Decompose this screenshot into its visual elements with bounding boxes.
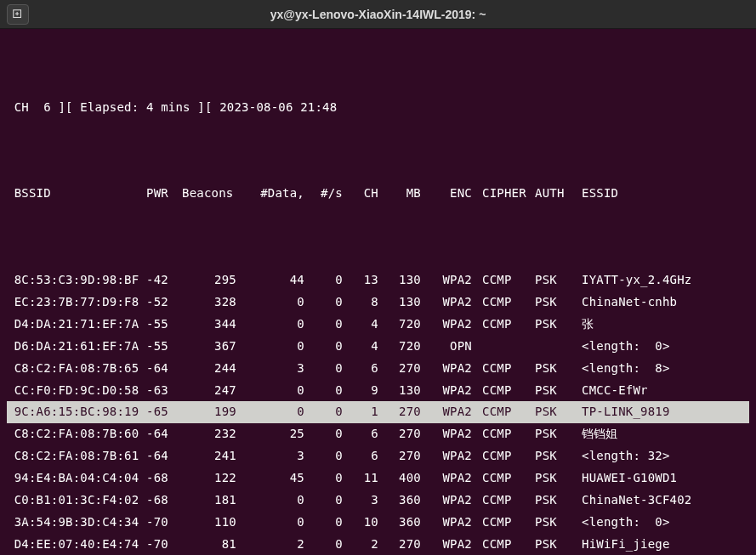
table-row: D4:EE:07:40:E4:74-7081202270WPA2CCMPPSKH… (7, 534, 749, 555)
cell-pwr: -63 (130, 380, 168, 402)
cell-mb: 270 (378, 401, 421, 423)
cell-pwr: -70 (130, 534, 168, 555)
cell-mb: 720 (378, 314, 421, 336)
cell-auth: PSK (535, 467, 582, 490)
cell-auth: PSK (535, 490, 582, 512)
table-row: C0:B1:01:3C:F4:02-68181003360WPA2CCMPPSK… (7, 490, 749, 512)
cell-bssid: 3A:54:9B:3D:C4:34 (7, 512, 130, 534)
cell-auth: PSK (535, 423, 582, 445)
cell-mb: 270 (378, 358, 421, 380)
cell-cipher: CCMP (482, 445, 525, 467)
cell-cipher: CCMP (482, 358, 525, 380)
cell-data: 25 (236, 423, 304, 445)
cell-essid: IYATT-yx_2.4GHz (582, 269, 691, 292)
cell-enc: WPA2 (421, 534, 472, 555)
cell-mb: 720 (378, 336, 421, 358)
cell-essid: ChinaNet-3CF402 (582, 490, 691, 512)
cell-bssid: C0:B1:01:3C:F4:02 (7, 490, 130, 512)
cell-pwr: -65 (130, 401, 168, 423)
cell-ch: 6 (343, 358, 378, 380)
cell-beacons: 199 (168, 401, 236, 423)
new-tab-icon (12, 8, 24, 20)
cell-pwr: -64 (130, 423, 168, 445)
cell-pwr: -52 (130, 292, 168, 314)
cell-ns: 0 (304, 423, 343, 445)
cell-essid: ChinaNet-cnhb (582, 292, 677, 314)
cell-ch: 8 (343, 292, 378, 314)
cell-ch: 4 (343, 336, 378, 358)
cell-enc: WPA2 (421, 423, 472, 445)
new-tab-button[interactable] (7, 4, 29, 25)
cell-beacons: 367 (168, 336, 236, 358)
cell-ch: 11 (343, 467, 378, 490)
cell-ns: 0 (304, 467, 343, 490)
cell-pwr: -64 (130, 358, 168, 380)
cell-data: 0 (236, 314, 304, 336)
cell-ns: 0 (304, 534, 343, 555)
table-row: D6:DA:21:61:EF:7A-55367004720OPN<length:… (7, 336, 749, 358)
cell-ns: 0 (304, 314, 343, 336)
cell-cipher: CCMP (482, 269, 525, 292)
cell-ch: 13 (343, 269, 378, 292)
table-row: 9C:A6:15:BC:98:19-65199001270WPA2CCMPPSK… (7, 401, 749, 423)
cell-enc: WPA2 (421, 445, 472, 467)
cell-bssid: D4:EE:07:40:E4:74 (7, 534, 130, 555)
cell-auth: PSK (535, 534, 582, 555)
cell-enc: WPA2 (421, 401, 472, 423)
cell-essid: 张 (582, 314, 594, 336)
table-row: 94:E4:BA:04:C4:04-6812245011400WPA2CCMPP… (7, 467, 749, 490)
cell-pwr: -55 (130, 336, 168, 358)
cell-pwr: -68 (130, 490, 168, 512)
cell-data: 0 (236, 336, 304, 358)
cell-cipher: CCMP (482, 380, 525, 402)
cell-mb: 130 (378, 292, 421, 314)
cell-data: 0 (236, 380, 304, 402)
cell-data: 45 (236, 467, 304, 490)
cell-beacons: 181 (168, 490, 236, 512)
header-data: #Data, (236, 183, 304, 205)
cell-pwr: -64 (130, 445, 168, 467)
table-row: 8C:53:C3:9D:98:BF-4229544013130WPA2CCMPP… (7, 269, 749, 292)
cell-ch: 6 (343, 445, 378, 467)
cell-bssid: C8:C2:FA:08:7B:60 (7, 423, 130, 445)
cell-auth: PSK (535, 380, 582, 402)
cell-mb: 130 (378, 380, 421, 402)
cell-bssid: D4:DA:21:71:EF:7A (7, 314, 130, 336)
cell-data: 44 (236, 269, 304, 292)
cell-ns: 0 (304, 445, 343, 467)
cell-mb: 360 (378, 490, 421, 512)
cell-mb: 400 (378, 467, 421, 490)
cell-auth: PSK (535, 358, 582, 380)
cell-bssid: 9C:A6:15:BC:98:19 (7, 401, 130, 423)
cell-cipher: CCMP (482, 314, 525, 336)
header-ns: #/s (304, 183, 343, 205)
cell-beacons: 81 (168, 534, 236, 555)
cell-ch: 2 (343, 534, 378, 555)
cell-ns: 0 (304, 490, 343, 512)
cell-bssid: C8:C2:FA:08:7B:61 (7, 445, 130, 467)
cell-data: 0 (236, 512, 304, 534)
cell-ch: 9 (343, 380, 378, 402)
cell-enc: WPA2 (421, 512, 472, 534)
cell-enc: WPA2 (421, 292, 472, 314)
cell-mb: 130 (378, 269, 421, 292)
cell-auth: PSK (535, 401, 582, 423)
cell-essid: <length: 0> (582, 336, 670, 358)
cell-ns: 0 (304, 358, 343, 380)
cell-auth: PSK (535, 292, 582, 314)
cell-enc: WPA2 (421, 269, 472, 292)
cell-data: 0 (236, 292, 304, 314)
cell-cipher: CCMP (482, 512, 525, 534)
cell-pwr: -70 (130, 512, 168, 534)
window-title: yx@yx-Lenovo-XiaoXin-14IWL-2019: ~ (36, 8, 749, 21)
header-mb: MB (378, 183, 421, 205)
cell-data: 2 (236, 534, 304, 555)
terminal-output: CH 6 ][ Elapsed: 4 mins ][ 2023-08-06 21… (0, 29, 756, 555)
cell-ch: 3 (343, 490, 378, 512)
cell-ns: 0 (304, 269, 343, 292)
cell-pwr: -68 (130, 467, 168, 490)
cell-essid: <length: 0> (582, 512, 670, 534)
cell-enc: WPA2 (421, 358, 472, 380)
cell-auth: PSK (535, 314, 582, 336)
window-titlebar: yx@yx-Lenovo-XiaoXin-14IWL-2019: ~ (0, 0, 756, 29)
